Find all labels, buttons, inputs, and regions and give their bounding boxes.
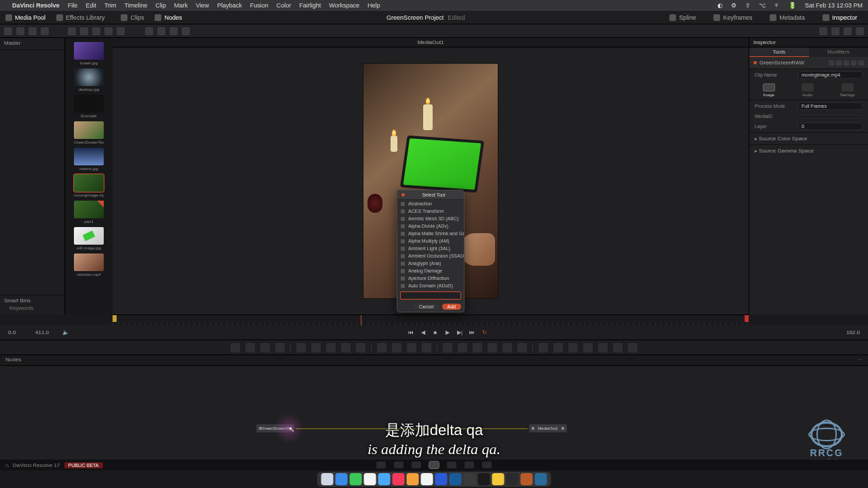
tool-option[interactable]: Abstraction (397, 200, 464, 207)
add-button[interactable]: Add (442, 304, 461, 310)
time-ruler[interactable] (113, 314, 749, 325)
options-icon[interactable] (117, 27, 125, 35)
subtab-audio[interactable]: Audio (802, 83, 814, 97)
node-media-in[interactable]: GreenScreenRAW (256, 424, 294, 432)
fusion-tool-icon[interactable] (231, 343, 240, 352)
menu-workspace[interactable]: Workspace (329, 2, 359, 9)
dock-app[interactable] (535, 473, 547, 485)
media-thumb[interactable]: still image.jpg (74, 227, 104, 253)
fusion-tool-icon[interactable] (422, 343, 431, 352)
fusion-tool-icon[interactable] (598, 343, 608, 352)
tool-option[interactable]: Aembic Mesh 3D (ABC) (397, 215, 464, 222)
process-mode-select[interactable]: Full Frames (798, 102, 863, 110)
page-edit[interactable] (412, 462, 421, 468)
page-deliver[interactable] (482, 462, 492, 468)
tab-nodes[interactable]: Nodes (149, 11, 187, 24)
menu-trim[interactable]: Trim (104, 2, 117, 9)
fusion-tool-icon[interactable] (245, 343, 255, 352)
source-gamma-space[interactable]: Source Gamma Space (749, 144, 868, 157)
menu-file[interactable]: File (68, 2, 78, 9)
clip-name-value[interactable]: movingimage.mp4 (798, 71, 863, 79)
dock-app[interactable] (393, 473, 405, 485)
cancel-button[interactable]: Cancel (414, 304, 439, 310)
tool-icon[interactable] (4, 27, 12, 35)
first-frame-button[interactable]: ⏮ (408, 329, 414, 336)
node-media-out[interactable]: MediaOut1 (529, 424, 567, 432)
tab-keyframes[interactable]: Keyframes (708, 14, 757, 21)
menubar-icon[interactable]: ⇧ (745, 2, 751, 9)
media-thumb[interactable]: interns.jpg (74, 148, 104, 174)
dock-app[interactable] (521, 473, 533, 485)
page-fusion[interactable] (429, 462, 439, 468)
nodes-options-icon[interactable]: ⋯ (857, 357, 863, 364)
tool-option[interactable]: Analog Damage (397, 267, 464, 274)
fusion-tool-icon[interactable] (392, 343, 401, 352)
menu-fairlight[interactable]: Fairlight (299, 2, 321, 9)
dock-app[interactable] (350, 473, 362, 485)
dock-app[interactable] (450, 473, 462, 485)
tool-option[interactable]: Alpha Multiply (AM) (397, 237, 464, 245)
media-thumb[interactable]: utilvideo.mp4 (74, 253, 104, 279)
last-frame-button[interactable]: ⏭ (469, 329, 475, 336)
playhead[interactable] (361, 315, 361, 325)
tc-range[interactable]: 411.0 (35, 329, 62, 336)
inspector-node-header[interactable]: GreenScreenRAW (749, 57, 868, 69)
home-icon[interactable]: ⌂ (5, 462, 9, 468)
viewer-tool-icon[interactable] (182, 27, 190, 35)
fusion-tool-icon[interactable] (296, 343, 306, 352)
menubar-date[interactable]: Sat Feb 13 12:03 PM (805, 2, 863, 9)
inspector-tab-modifiers[interactable]: Modifiers (809, 47, 869, 57)
viewer-opt-icon[interactable] (819, 27, 827, 35)
subtab-image[interactable]: Image (763, 83, 775, 97)
menu-mark[interactable]: Mark (174, 2, 188, 9)
tab-inspector[interactable]: Inspector (817, 14, 863, 21)
fusion-tool-icon[interactable] (407, 343, 416, 352)
tab-effects-library[interactable]: Effects Library (51, 11, 110, 24)
fusion-tool-icon[interactable] (628, 343, 637, 352)
out-handle[interactable] (745, 315, 749, 322)
menu-timeline[interactable]: Timeline (125, 2, 148, 9)
mediaid-select[interactable] (798, 115, 863, 118)
fusion-tool-icon[interactable] (488, 343, 497, 352)
fusion-tool-icon[interactable] (538, 343, 548, 352)
menubar-icon[interactable]: 🔋 (789, 2, 796, 9)
viewer-tool-icon[interactable] (170, 27, 178, 35)
media-thumb[interactable]: part1 (74, 201, 104, 226)
tc-start[interactable]: 0.0 (8, 329, 35, 336)
port-icon[interactable] (289, 427, 292, 430)
menu-help[interactable]: Help (368, 2, 380, 9)
play-button[interactable]: ▶ (444, 329, 451, 336)
viewer-tool-icon[interactable] (145, 27, 153, 35)
dock-app[interactable] (336, 473, 348, 485)
tool-icon[interactable] (16, 27, 24, 35)
keyframe-icon[interactable] (829, 60, 834, 66)
layer-input[interactable]: 0 (798, 123, 863, 130)
bypass-icon[interactable] (844, 60, 849, 66)
tool-icon[interactable] (41, 27, 49, 35)
fusion-tool-icon[interactable] (275, 343, 285, 352)
media-thumb[interactable]: GreenScreenTest2 (74, 121, 104, 147)
nodes-canvas[interactable]: GreenScreenRAW MediaOut1 ↖ (0, 366, 868, 462)
fusion-tool-icon[interactable] (583, 343, 593, 352)
menu-edit[interactable]: Edit (85, 2, 96, 9)
fusion-tool-icon[interactable] (553, 343, 563, 352)
tool-option[interactable]: Alpha Matte Shrink and Grow (397, 230, 464, 237)
smart-bins-header[interactable]: Smart Bins (4, 298, 60, 304)
fusion-tool-icon[interactable] (311, 343, 321, 352)
viewer-opt-icon[interactable] (856, 27, 864, 35)
fusion-tool-icon[interactable] (377, 343, 387, 352)
stop-button[interactable]: ■ (432, 329, 439, 336)
tool-option[interactable]: ACES Transform (397, 207, 464, 215)
dock-app[interactable] (364, 473, 376, 485)
media-thumb[interactable]: Example (74, 95, 104, 121)
smart-bin-keywords[interactable]: Keywords (4, 304, 60, 312)
tab-clips[interactable]: Clips (115, 11, 149, 24)
tool-option[interactable]: Ambient Occlusion (SSAO) (397, 252, 464, 260)
tc-end[interactable]: 162.0 (826, 329, 860, 336)
search-icon[interactable] (92, 27, 100, 35)
inspector-tab-tools[interactable]: Tools (749, 47, 809, 57)
dock-app[interactable] (507, 473, 519, 485)
menu-fusion[interactable]: Fusion (250, 2, 269, 9)
grid-view-icon[interactable] (68, 27, 76, 35)
dock-app[interactable] (435, 473, 448, 485)
